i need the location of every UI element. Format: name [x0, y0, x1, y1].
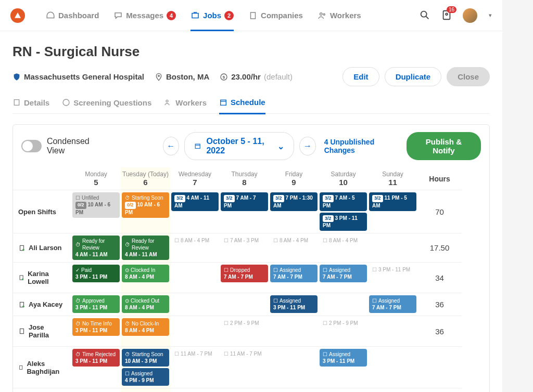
search-icon [419, 9, 430, 21]
shift-card[interactable]: ⏱ Starting Soon0/210 AM - 6 PM [122, 192, 169, 218]
unpublished-changes[interactable]: 4 Unpublished Changes [324, 138, 398, 154]
notif-badge: 16 [447, 6, 456, 13]
chevron-down-icon[interactable]: ▾ [489, 12, 492, 19]
shift-card[interactable]: ☐ Assigned7 AM - 7 PM [369, 295, 416, 313]
shift-card[interactable]: ⏱ Time Rejected3 PM - 11 PM [72, 349, 120, 367]
svg-point-7 [158, 75, 160, 76]
ghost-slot[interactable]: ☐ 2 PM - 9 PM [221, 318, 268, 328]
hours-open: 70 [417, 190, 462, 233]
day-head-wed: Wednesday7 [170, 167, 220, 190]
ghost-slot[interactable]: ☐ 8 AM - 4 PM [270, 236, 318, 245]
shift-card[interactable]: ☐ Dropped7 AM - 7 PM [221, 265, 268, 282]
ghost-slot[interactable]: ☐ 11 AM - 7 PM [171, 349, 219, 359]
shift-card[interactable]: 3/27 AM - 5 PM [320, 192, 367, 211]
page-title: RN - Surgical Nurse [12, 44, 490, 60]
row-worker[interactable]: Karina Lowell [13, 262, 71, 293]
row-worker[interactable]: Jose Parilla [13, 316, 71, 346]
svg-rect-14 [195, 144, 200, 148]
nav-jobs[interactable]: Jobs 2 [191, 11, 234, 31]
nav-dashboard[interactable]: Dashboard [46, 11, 99, 20]
shift-card[interactable]: ✓ Paid3 PM - 11 PM [72, 265, 120, 282]
svg-point-11 [63, 99, 69, 106]
ghost-slot[interactable]: ☐ 2 PM - 9 PM [320, 318, 367, 328]
hours-aya: 36 [417, 293, 462, 316]
row-worker[interactable]: Aya Kacey [13, 293, 71, 316]
row-worker[interactable]: Ali Larson [13, 233, 71, 262]
shift-card[interactable]: ☐ Assigned4 PM - 9 PM [122, 368, 169, 386]
day-head-sun: Sunday11 [368, 167, 417, 190]
schedule-panel: Condensed View ← October 5 - 11, 2022 ⌄ … [12, 124, 490, 392]
location-meta: Boston, MA [155, 72, 209, 81]
shift-card[interactable]: ⏱ Ready for Review4 AM - 11 AM [122, 236, 169, 260]
condensed-label: Condensed View [47, 137, 103, 155]
tab-schedule[interactable]: Schedule [219, 98, 265, 114]
ghost-slot[interactable]: ☐ 7 AM - 3 PM [221, 236, 268, 245]
hours-karina: 34 [417, 262, 462, 293]
people-icon [318, 11, 327, 20]
worker-icon [18, 364, 23, 371]
duplicate-button[interactable]: Duplicate [385, 67, 442, 86]
shift-card[interactable]: ☐ Assigned7 AM - 7 PM [270, 265, 318, 282]
tab-screening[interactable]: Screening Questions [62, 98, 151, 113]
day-head-tue: Tuesday (Today)6 [121, 167, 170, 190]
shift-card[interactable]: ⏱ Starting Soon10 AM - 3 PM [122, 349, 169, 367]
shift-card[interactable]: ⏱ No Time Info3 PM - 11 PM [72, 318, 120, 336]
tab-workers[interactable]: Workers [164, 98, 207, 113]
shift-card[interactable]: ☐ Unfilled0/210 AM - 6 PM [72, 192, 120, 218]
dollar-icon: $ [220, 73, 228, 81]
shift-card[interactable]: 3/27 AM - 7 PM [221, 192, 268, 211]
nav-companies[interactable]: Companies [248, 11, 303, 20]
ghost-slot[interactable]: ☐ 11 AM - 7 PM [221, 349, 268, 359]
shift-card[interactable]: ⏱ No Clock-In8 AM - 4 PM [122, 318, 169, 336]
publish-button[interactable]: Publish & Notify [407, 132, 481, 160]
shift-card[interactable]: ⏱ Ready for Review4 AM - 11 AM [72, 236, 120, 260]
svg-rect-13 [221, 100, 226, 105]
logo-icon [14, 11, 22, 20]
nav-workers[interactable]: Workers [318, 11, 361, 20]
shift-card[interactable]: 3/211 PM - 5 AM [369, 192, 416, 211]
hours-head: Hours [417, 167, 462, 190]
worker-icon [18, 328, 26, 335]
shift-card[interactable]: ☐ Assigned7 AM - 7 PM [320, 265, 367, 282]
condensed-toggle[interactable] [21, 140, 42, 152]
nav-messages[interactable]: Messages 4 [113, 11, 176, 20]
shift-card[interactable]: ⏱ Approved3 PM - 11 PM [72, 295, 120, 313]
jobs-icon [191, 11, 200, 20]
messages-badge: 4 [167, 11, 176, 20]
tab-details[interactable]: Details [12, 98, 49, 113]
ghost-slot[interactable]: ☐ 8 AM - 4 PM [171, 236, 219, 245]
svg-point-3 [323, 14, 325, 15]
svg-text:$: $ [223, 74, 225, 79]
jobs-badge: 2 [224, 11, 234, 20]
shift-card[interactable]: 3/27 PM - 1:30 AM [270, 192, 318, 211]
shift-card[interactable]: 3/24 AM - 11 AM [171, 192, 219, 211]
shift-card[interactable]: ☐ Assigned3 PM - 11 PM [270, 295, 318, 313]
notifications-button[interactable]: 16 [441, 9, 453, 22]
hours-aleks [417, 346, 462, 388]
search-button[interactable] [419, 9, 432, 22]
svg-point-6 [446, 13, 448, 15]
shift-card[interactable]: 3/23 PM - 11 PM [320, 213, 367, 231]
ghost-slot[interactable]: ☐ 8 AM - 4 PM [320, 236, 367, 245]
svg-point-20 [22, 306, 24, 308]
next-week-button[interactable]: → [299, 137, 315, 155]
worker-icon [18, 244, 26, 252]
close-button[interactable]: Close [447, 67, 490, 86]
edit-button[interactable]: Edit [342, 67, 379, 86]
pin-icon [155, 73, 163, 81]
day-head-sat: Saturday10 [319, 167, 368, 190]
svg-point-4 [421, 11, 427, 17]
svg-point-16 [22, 249, 24, 251]
shift-card[interactable]: ⊙ Clocked Out8 AM - 4 PM [122, 295, 169, 313]
date-range-picker[interactable]: October 5 - 11, 2022 ⌄ [184, 132, 294, 160]
user-avatar[interactable] [463, 8, 477, 23]
shift-card[interactable]: ☐ Assigned3 PM - 11 PM [320, 349, 367, 367]
ghost-slot[interactable]: ☐ 3 PM - 11 PM [369, 265, 416, 275]
prev-week-button[interactable]: ← [163, 137, 179, 155]
row-worker[interactable]: Aleks Baghdijan [13, 346, 71, 388]
calendar-icon [194, 142, 201, 150]
shift-card[interactable]: ⊙ Clocked In8 AM - 4 PM [122, 265, 169, 282]
svg-point-12 [166, 100, 168, 102]
add-worker-button[interactable]: + Add Worker [13, 388, 71, 392]
rate-meta: $ 23.00/hr (default) [220, 72, 293, 81]
